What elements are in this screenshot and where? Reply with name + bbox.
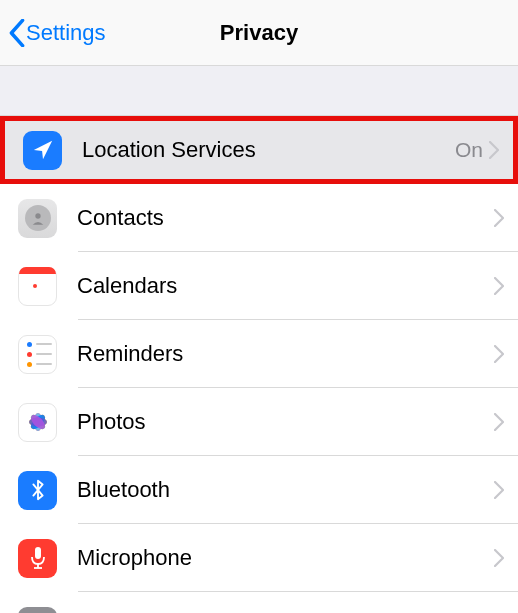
row-contacts[interactable]: Contacts [0,184,518,252]
chevron-left-icon [8,19,26,47]
row-reminders[interactable]: Reminders [0,320,518,388]
reminders-icon [18,335,57,374]
microphone-icon [18,539,57,578]
settings-list: Location Services On Contacts Calendars … [0,116,518,613]
nav-bar: Settings Privacy [0,0,518,66]
row-label: Bluetooth [57,477,494,503]
back-button[interactable]: Settings [0,19,106,47]
photos-icon [18,403,57,442]
row-label: Photos [57,409,494,435]
row-photos[interactable]: Photos [0,388,518,456]
speech-icon [18,607,57,614]
row-label: Location Services [62,137,455,163]
row-bluetooth[interactable]: Bluetooth [0,456,518,524]
row-label: Calendars [57,273,494,299]
row-label: Reminders [57,341,494,367]
svg-rect-9 [35,547,41,559]
row-calendars[interactable]: Calendars [0,252,518,320]
location-icon [23,131,62,170]
svg-point-0 [35,213,40,218]
row-label: Microphone [57,545,494,571]
chevron-right-icon [494,481,518,499]
row-label: Contacts [57,205,494,231]
chevron-right-icon [489,141,513,159]
bluetooth-icon [18,471,57,510]
chevron-right-icon [494,277,518,295]
row-speech-recognition[interactable]: Speech Recognition [0,592,518,613]
chevron-right-icon [494,209,518,227]
row-location-services[interactable]: Location Services On [0,116,518,184]
chevron-right-icon [494,345,518,363]
chevron-right-icon [494,549,518,567]
chevron-right-icon [494,413,518,431]
back-label: Settings [26,20,106,46]
section-spacer [0,66,518,116]
contacts-icon [18,199,57,238]
calendar-icon [18,267,57,306]
row-microphone[interactable]: Microphone [0,524,518,592]
row-value: On [455,138,489,162]
